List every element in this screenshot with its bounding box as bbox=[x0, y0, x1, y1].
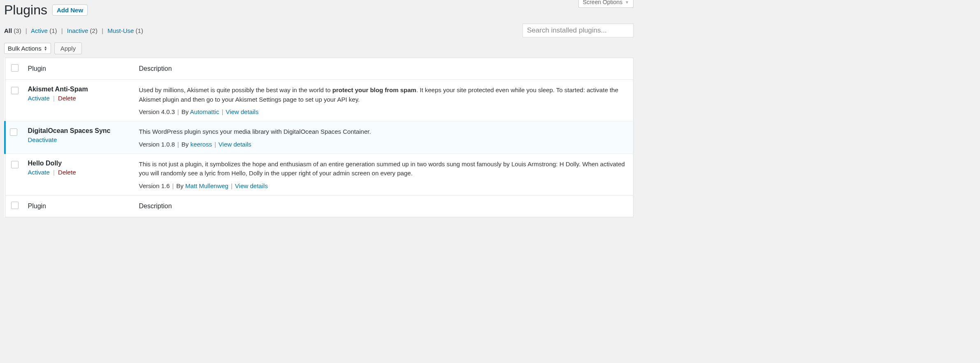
table-row: DigitalOcean Spaces Sync Deactivate This… bbox=[5, 121, 634, 154]
col-plugin-footer: Plugin bbox=[24, 195, 135, 217]
plugin-description: This is not just a plugin, it symbolizes… bbox=[139, 160, 629, 178]
bulk-actions-select[interactable]: Bulk Actions ▲▼ bbox=[4, 43, 51, 54]
deactivate-link[interactable]: Deactivate bbox=[28, 136, 57, 143]
select-arrows-icon: ▲▼ bbox=[44, 46, 47, 51]
col-plugin: Plugin bbox=[24, 58, 135, 80]
bulk-actions-label: Bulk Actions bbox=[8, 45, 42, 52]
plugin-name: Akismet Anti-Spam bbox=[28, 86, 131, 93]
author-link[interactable]: keeross bbox=[190, 141, 212, 148]
col-description-footer: Description bbox=[135, 195, 634, 217]
filter-active[interactable]: Active bbox=[31, 27, 48, 34]
filter-all[interactable]: All bbox=[4, 27, 12, 34]
add-new-button[interactable]: Add New bbox=[52, 5, 88, 16]
author-link[interactable]: Matt Mullenweg bbox=[185, 182, 228, 189]
activate-link[interactable]: Activate bbox=[28, 95, 50, 102]
view-details-link[interactable]: View details bbox=[235, 182, 268, 189]
view-details-link[interactable]: View details bbox=[226, 108, 259, 115]
plugin-meta: Version 1.6|By Matt Mullenweg|View detai… bbox=[139, 182, 629, 189]
plugin-meta: Version 4.0.3|By Automattic|View details bbox=[139, 108, 629, 115]
plugin-description: This WordPress plugin syncs your media l… bbox=[139, 127, 629, 137]
delete-link[interactable]: Delete bbox=[58, 169, 76, 176]
screen-options-label: Screen Options bbox=[583, 0, 623, 5]
activate-link[interactable]: Activate bbox=[28, 169, 50, 176]
filter-all-count: (3) bbox=[14, 27, 21, 34]
table-row: Akismet Anti-Spam Activate | Delete Used… bbox=[5, 80, 634, 121]
plugin-name: DigitalOcean Spaces Sync bbox=[28, 127, 131, 135]
row-checkbox[interactable] bbox=[11, 161, 19, 168]
filter-active-count: (1) bbox=[49, 27, 57, 34]
filter-inactive[interactable]: Inactive bbox=[67, 27, 88, 34]
plugin-name: Hello Dolly bbox=[28, 160, 131, 167]
author-link[interactable]: Automattic bbox=[190, 108, 219, 115]
select-all-bottom[interactable] bbox=[11, 202, 19, 209]
search-input[interactable] bbox=[523, 23, 634, 37]
filter-inactive-count: (2) bbox=[90, 27, 98, 34]
plugin-meta: Version 1.0.8|By keeross|View details bbox=[139, 141, 629, 148]
delete-link[interactable]: Delete bbox=[58, 95, 76, 102]
filter-mustuse-count: (1) bbox=[136, 27, 143, 34]
view-details-link[interactable]: View details bbox=[218, 141, 251, 148]
plugins-table: Plugin Description Akismet Anti-Spam Act… bbox=[4, 58, 634, 217]
table-row: Hello Dolly Activate | Delete This is no… bbox=[5, 154, 634, 195]
select-all-top[interactable] bbox=[11, 64, 19, 72]
screen-options-button[interactable]: Screen Options ▼ bbox=[578, 0, 634, 8]
row-checkbox[interactable] bbox=[10, 128, 17, 136]
plugin-description: Used by millions, Akismet is quite possi… bbox=[139, 86, 629, 104]
row-checkbox[interactable] bbox=[11, 87, 19, 94]
filter-mustuse[interactable]: Must-Use bbox=[107, 27, 134, 34]
col-description: Description bbox=[135, 58, 634, 80]
apply-button[interactable]: Apply bbox=[54, 42, 82, 54]
plugin-filters: All (3) | Active (1) | Inactive (2) | Mu… bbox=[4, 27, 143, 34]
page-title: Plugins bbox=[4, 2, 47, 18]
chevron-down-icon: ▼ bbox=[625, 0, 629, 5]
